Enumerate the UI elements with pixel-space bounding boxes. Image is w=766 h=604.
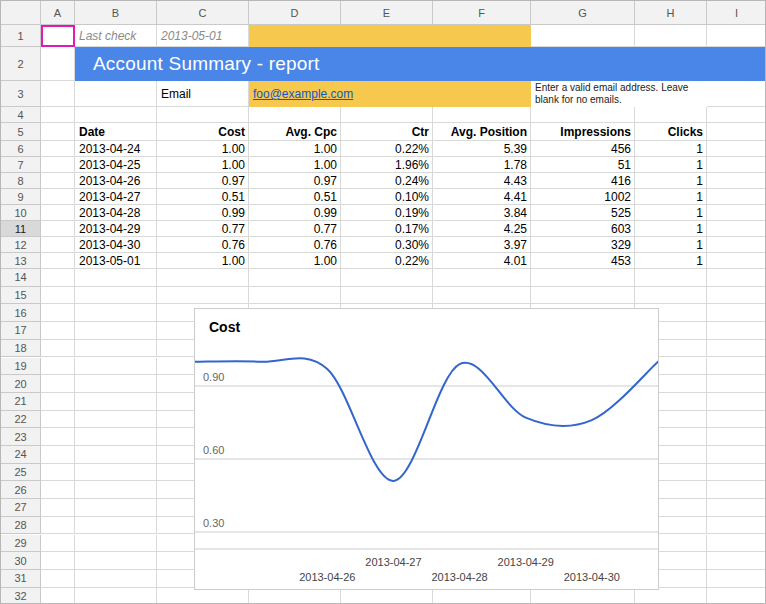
cell-B22[interactable]: [75, 411, 157, 429]
row-header-23[interactable]: 23: [1, 428, 41, 446]
cell-A26[interactable]: [41, 481, 75, 499]
cell-A11[interactable]: [41, 221, 75, 237]
cell-G4[interactable]: [531, 107, 635, 123]
cell-A5[interactable]: [41, 123, 75, 141]
cell-I25[interactable]: [707, 464, 766, 482]
column-header-B[interactable]: B: [75, 1, 157, 25]
row-header-1[interactable]: 1: [1, 25, 41, 47]
cell-B14[interactable]: [75, 269, 157, 287]
row-header-20[interactable]: 20: [1, 375, 41, 393]
column-header-D[interactable]: D: [249, 1, 341, 25]
cell-A4[interactable]: [41, 107, 75, 123]
cell-B18[interactable]: [75, 340, 157, 358]
cell-D14[interactable]: [249, 269, 341, 287]
column-header-H[interactable]: H: [635, 1, 707, 25]
cell-F32[interactable]: [433, 588, 531, 604]
row-header-10[interactable]: 10: [1, 205, 41, 221]
column-header-C[interactable]: C: [157, 1, 249, 25]
cell-I19[interactable]: [707, 358, 766, 376]
row-header-21[interactable]: 21: [1, 393, 41, 411]
row-header-13[interactable]: 13: [1, 253, 41, 269]
cell-I11[interactable]: [707, 221, 766, 237]
cell-A17[interactable]: [41, 322, 75, 340]
cell-F4[interactable]: [433, 107, 531, 123]
column-header-E[interactable]: E: [341, 1, 433, 25]
email-link[interactable]: foo@example.com: [249, 81, 531, 107]
cell-G32[interactable]: [531, 588, 635, 604]
cell-I26[interactable]: [707, 481, 766, 499]
cell-B21[interactable]: [75, 393, 157, 411]
cell-A15[interactable]: [41, 287, 75, 305]
cell-A27[interactable]: [41, 499, 75, 517]
cell-A31[interactable]: [41, 570, 75, 588]
embedded-chart[interactable]: Cost 0.900.600.302013-04-262013-04-27201…: [194, 308, 659, 590]
cell-I17[interactable]: [707, 322, 766, 340]
cell-B19[interactable]: [75, 358, 157, 376]
cell-I1[interactable]: [707, 25, 766, 47]
cell-I4[interactable]: [707, 107, 766, 123]
cell-I10[interactable]: [707, 205, 766, 221]
cell-I28[interactable]: [707, 517, 766, 535]
cell-E4[interactable]: [341, 107, 433, 123]
cell-B15[interactable]: [75, 287, 157, 305]
cell-I5[interactable]: [707, 123, 766, 141]
cell-I16[interactable]: [707, 304, 766, 322]
cell-H32[interactable]: [635, 588, 707, 604]
cell-H4[interactable]: [635, 107, 707, 123]
row-header-4[interactable]: 4: [1, 107, 41, 123]
cell-A9[interactable]: [41, 189, 75, 205]
cell-I6[interactable]: [707, 141, 766, 157]
cell-I8[interactable]: [707, 173, 766, 189]
cell-A22[interactable]: [41, 411, 75, 429]
column-header-A[interactable]: A: [41, 1, 75, 25]
highlighted-range-row1[interactable]: [249, 25, 531, 47]
cell-A13[interactable]: [41, 253, 75, 269]
cell-I27[interactable]: [707, 499, 766, 517]
row-header-8[interactable]: 8: [1, 173, 41, 189]
column-header-G[interactable]: G: [531, 1, 635, 25]
cell-A2[interactable]: [41, 47, 75, 81]
cell-I29[interactable]: [707, 535, 766, 553]
cell-F14[interactable]: [433, 269, 531, 287]
row-header-27[interactable]: 27: [1, 499, 41, 517]
cell-B27[interactable]: [75, 499, 157, 517]
row-header-7[interactable]: 7: [1, 157, 41, 173]
row-header-3[interactable]: 3: [1, 81, 41, 107]
column-header-F[interactable]: F: [433, 1, 531, 25]
cell-B29[interactable]: [75, 535, 157, 553]
row-header-31[interactable]: 31: [1, 570, 41, 588]
row-header-6[interactable]: 6: [1, 141, 41, 157]
cell-I24[interactable]: [707, 446, 766, 464]
column-header-I[interactable]: I: [707, 1, 766, 25]
row-header-28[interactable]: 28: [1, 517, 41, 535]
cell-H14[interactable]: [635, 269, 707, 287]
cell-A6[interactable]: [41, 141, 75, 157]
cell-D4[interactable]: [249, 107, 341, 123]
cell-I20[interactable]: [707, 375, 766, 393]
cell-A29[interactable]: [41, 535, 75, 553]
cell-B17[interactable]: [75, 322, 157, 340]
cell-B26[interactable]: [75, 481, 157, 499]
cell-C15[interactable]: [157, 287, 249, 305]
cell-A24[interactable]: [41, 446, 75, 464]
cell-B30[interactable]: [75, 552, 157, 570]
cell-A21[interactable]: [41, 393, 75, 411]
cell-A28[interactable]: [41, 517, 75, 535]
cell-F15[interactable]: [433, 287, 531, 305]
cell-A12[interactable]: [41, 237, 75, 253]
cell-I31[interactable]: [707, 570, 766, 588]
row-header-17[interactable]: 17: [1, 322, 41, 340]
cell-I7[interactable]: [707, 157, 766, 173]
cell-I23[interactable]: [707, 428, 766, 446]
select-all-corner[interactable]: [1, 1, 41, 25]
row-header-29[interactable]: 29: [1, 535, 41, 553]
cell-B20[interactable]: [75, 375, 157, 393]
cell-G14[interactable]: [531, 269, 635, 287]
cell-A8[interactable]: [41, 173, 75, 189]
cell-E32[interactable]: [341, 588, 433, 604]
cell-B31[interactable]: [75, 570, 157, 588]
row-header-25[interactable]: 25: [1, 464, 41, 482]
cell-B4[interactable]: [75, 107, 157, 123]
cell-A16[interactable]: [41, 304, 75, 322]
cell-A14[interactable]: [41, 269, 75, 287]
